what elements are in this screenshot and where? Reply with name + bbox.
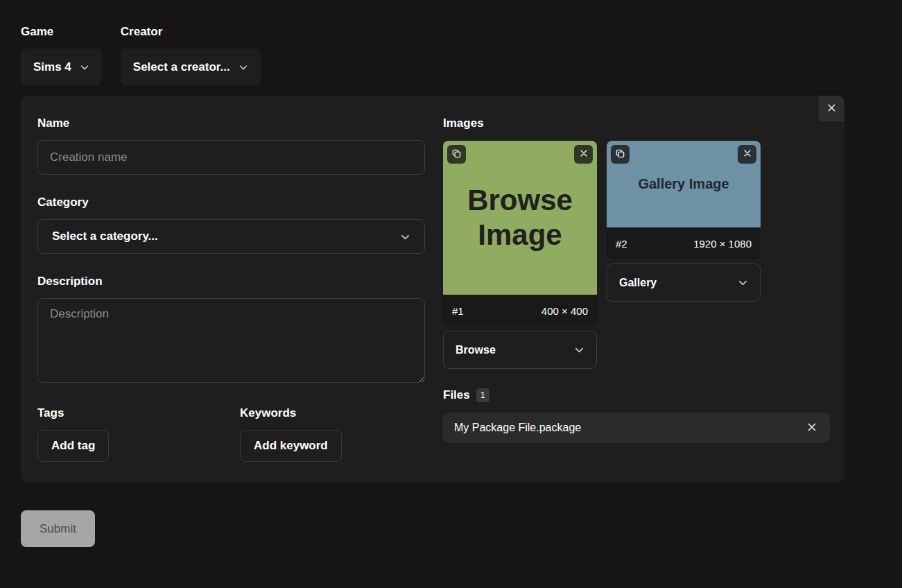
chevron-down-icon (738, 277, 748, 288)
image-preview: Browse Image (443, 141, 597, 295)
image-dimensions: 1920 × 1080 (693, 238, 752, 250)
game-label: Game (21, 25, 102, 39)
files-label: Files (443, 388, 470, 402)
file-name: My Package File.package (454, 422, 581, 434)
image-preview-text: Browse Image (443, 183, 597, 252)
game-field-group: Game Sims 4 (21, 25, 102, 86)
creator-select[interactable]: Select a creator... (121, 49, 261, 86)
description-label: Description (37, 275, 425, 288)
image-card-top: Gallery Image (607, 141, 761, 259)
category-field-group: Category Select a category... (37, 196, 425, 254)
creation-name-input[interactable] (37, 140, 425, 175)
image-preview: Gallery Image (607, 141, 761, 227)
category-select-value: Select a category... (52, 230, 158, 243)
chevron-down-icon (574, 345, 584, 355)
image-type-value: Browse (456, 344, 496, 356)
chevron-down-icon (238, 62, 248, 72)
image-meta-bar: #1 400 × 400 (443, 295, 597, 327)
image-card: Browse Image (443, 141, 597, 369)
copy-icon (451, 148, 462, 161)
images-row: Browse Image (443, 141, 828, 369)
image-index: #2 (616, 238, 627, 250)
upload-page: Game Sims 4 Creator Select a creator... (0, 0, 902, 547)
close-icon (806, 422, 817, 435)
tags-group: Tags Add tag (37, 406, 240, 462)
description-field-group: Description (37, 275, 425, 386)
name-field-group: Name (37, 116, 425, 175)
files-count-badge: 1 (476, 388, 489, 402)
category-select[interactable]: Select a category... (37, 219, 425, 254)
panel-right-column: Images Browse Image (443, 116, 828, 462)
copy-image-button[interactable] (447, 145, 466, 164)
chevron-down-icon (80, 62, 89, 72)
copy-image-button[interactable] (611, 145, 630, 164)
description-textarea[interactable] (37, 298, 425, 383)
image-type-value: Gallery (619, 277, 657, 289)
game-select[interactable]: Sims 4 (21, 49, 102, 86)
creator-select-value: Select a creator... (133, 60, 230, 74)
image-card: Gallery Image (607, 141, 761, 302)
category-label: Category (37, 196, 425, 209)
tags-keywords-row: Tags Add tag Keywords Add keyword (37, 406, 425, 462)
image-meta-bar: #2 1920 × 1080 (607, 227, 761, 259)
image-type-select[interactable]: Gallery (607, 263, 761, 302)
remove-image-button[interactable] (574, 145, 593, 164)
keywords-label: Keywords (240, 406, 342, 420)
panel-left-column: Name Category Select a category... Descr… (37, 116, 425, 462)
image-card-top: Browse Image (443, 141, 597, 327)
close-panel-button[interactable] (819, 96, 844, 121)
copy-icon (615, 148, 625, 161)
tags-label: Tags (37, 406, 240, 420)
remove-image-button[interactable] (738, 145, 756, 164)
keywords-group: Keywords Add keyword (240, 406, 342, 462)
creator-field-group: Creator Select a creator... (121, 25, 261, 86)
close-icon (743, 148, 752, 160)
creation-panel: Name Category Select a category... Descr… (21, 96, 844, 483)
game-select-value: Sims 4 (33, 60, 71, 74)
add-keyword-button[interactable]: Add keyword (240, 430, 342, 462)
image-preview-text: Gallery Image (638, 176, 729, 192)
image-type-select[interactable]: Browse (443, 331, 597, 369)
remove-file-button[interactable] (805, 420, 819, 436)
images-label: Images (443, 116, 828, 130)
close-icon (579, 148, 589, 160)
name-label: Name (37, 116, 425, 130)
chevron-down-icon (400, 232, 410, 242)
add-tag-button[interactable]: Add tag (37, 430, 109, 462)
image-dimensions: 400 × 400 (541, 305, 588, 317)
image-index: #1 (452, 305, 464, 317)
files-header: Files 1 (443, 388, 828, 402)
submit-button[interactable]: Submit (21, 510, 95, 547)
top-selectors-row: Game Sims 4 Creator Select a creator... (21, 25, 881, 86)
close-icon (826, 103, 837, 115)
creator-label: Creator (121, 25, 261, 39)
file-row: My Package File.package (443, 413, 830, 443)
